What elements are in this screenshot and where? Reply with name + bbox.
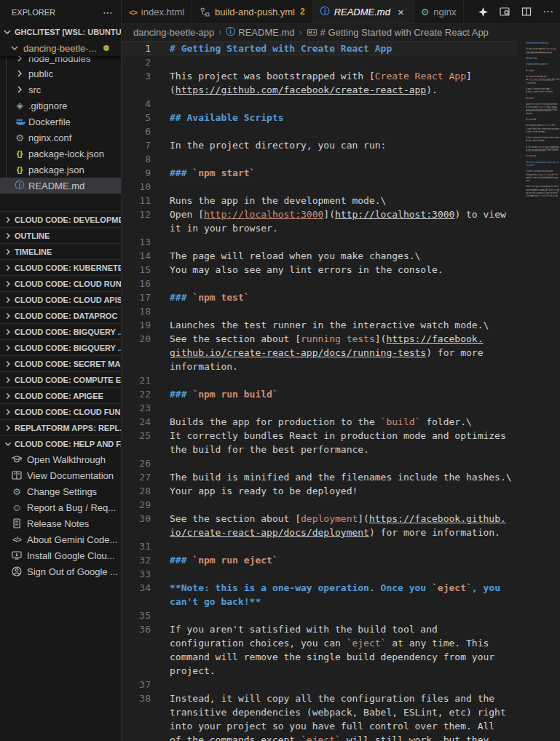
editor-line-14[interactable]: 14The page will reload when you make cha… [122,249,517,263]
editor-line-33[interactable]: 33 [122,567,517,581]
tree-item-dockerfile[interactable]: Dockerfile [0,114,121,130]
help-item-open-walkthrough[interactable]: Open Walkthrough [0,451,121,467]
editor-line-22[interactable]: 22### `npm run build` [122,387,517,401]
more-actions-icon[interactable]: ⋯ [543,5,554,18]
open-preview-icon[interactable] [499,6,510,17]
editor-content[interactable]: 1# Getting Started with Create React App… [122,41,517,741]
editor-line-34[interactable]: 34**Note: this is a one-way operation. O… [122,581,517,595]
editor-line-9[interactable]: 9### `npm start` [122,166,517,180]
section-header-help[interactable]: CLOUD CODE: HELP AND F... [0,435,121,451]
workspace-section-header[interactable]: GHCLITEST [WSL: UBUNTU] [0,24,121,40]
editor-line-27[interactable]: 27The build is minified and the filename… [122,470,517,484]
minimap[interactable]: # Getting Started with Create React AppT… [517,41,560,741]
close-icon[interactable]: × [396,7,406,17]
editor-line-25[interactable]: 25It correctly bundles React in producti… [122,429,517,443]
tab-index-html[interactable]: <>index.html [122,0,192,23]
help-item-sign-out-of-google-[interactable]: Sign Out of Google ... [0,563,121,579]
editor-line-16[interactable]: 16 [122,277,517,290]
section-header-cloud-code-kubernetes[interactable]: CLOUD CODE: KUBERNETES [0,259,121,275]
editor-line-wrap[interactable]: project. [122,664,517,678]
section-header-cloud-code-cloud-apis[interactable]: CLOUD CODE: CLOUD APIS [0,291,121,307]
editor-line-24[interactable]: 24Builds the app for production to the `… [122,415,517,429]
editor-line-wrap[interactable]: can't go back!** [122,595,517,609]
editor-line-19[interactable]: 19Launches the test runner in the intera… [122,318,517,332]
section-header-cloud-code-apigee[interactable]: CLOUD CODE: APIGEE [0,387,121,403]
editor-line-wrap[interactable]: it in your browser. [122,221,517,235]
section-header-cloud-code-dataproc[interactable]: CLOUD CODE: DATAPROC [0,307,121,323]
editor-line-37[interactable]: 37 [122,678,517,692]
editor-line-wrap[interactable]: github.io/create-react-app/docs/running-… [122,346,517,360]
split-editor-icon[interactable] [521,6,532,17]
section-header-cloud-code-secret-ma-[interactable]: CLOUD CODE: SECRET MA... [0,355,121,371]
section-header-cloud-code-cloud-run[interactable]: CLOUD CODE: CLOUD RUN [0,275,121,291]
breadcrumb-item-file[interactable]: ⓘ README.md [226,25,294,39]
section-header-cloud-code-bigquery-[interactable]: CLOUD CODE: BIGQUERY ... [0,339,121,355]
editor-pane[interactable]: 1# Getting Started with Create React App… [122,40,560,741]
editor-line-wrap[interactable]: io/create-react-app/docs/deployment) for… [122,526,517,539]
editor-line-wrap[interactable]: of the commands except `eject` will stil… [122,733,517,741]
editor-line-20[interactable]: 20See the section about [running tests](… [122,332,517,346]
editor-line-38[interactable]: 38Instead, it will copy all the configur… [122,692,517,705]
editor-line-28[interactable]: 28Your app is ready to be deployed! [122,484,517,498]
help-item-change-settings[interactable]: ⚙Change Settings [0,483,121,499]
explorer-more-actions-icon[interactable]: ⋯ [103,7,114,18]
tree-item-readme-md[interactable]: ⓘREADME.md [0,178,121,194]
editor-line-wrap[interactable]: information. [122,360,517,373]
help-item-release-notes[interactable]: Release Notes [0,515,121,531]
editor-line-7[interactable]: 7In the project directory, you can run: [122,138,517,152]
section-header-cloud-code-developme-[interactable]: CLOUD CODE: DEVELOPME... [0,211,121,227]
tree-item-nginx-conf[interactable]: ⚙nginx.conf [0,130,121,146]
editor-line-wrap[interactable]: transitive dependencies (webpack, Babel,… [122,705,517,719]
editor-line-13[interactable]: 13 [122,235,517,249]
section-header-replatform-apps-repl-[interactable]: REPLATFORM APPS: REPL... [0,419,121,435]
tab-readme-md[interactable]: ⓘREADME.md× [313,0,414,23]
editor-line-17[interactable]: 17### `npm test` [122,290,517,304]
editor-line-23[interactable]: 23 [122,401,517,415]
tab-nginx[interactable]: ⚙nginx [414,0,465,23]
tree-item-public[interactable]: public [0,66,121,82]
editor-line-18[interactable]: 18 [122,304,517,318]
section-header-cloud-code-compute-e-[interactable]: CLOUD CODE: COMPUTE E... [0,371,121,387]
tree-item-package-lock-json[interactable]: {}package-lock.json [0,146,121,162]
breadcrumb-item-folder[interactable]: dancing-beetle-app [133,27,214,38]
editor-line-8[interactable]: 8 [122,152,517,166]
editor-line-1[interactable]: 1# Getting Started with Create React App [122,41,517,55]
tree-item-project-root[interactable]: dancing-beetle-... [0,40,121,56]
editor-line-wrap[interactable]: the build for the best performance. [122,443,517,456]
help-item-about-gemini-code-[interactable]: </>About Gemini Code... [0,531,121,547]
editor-line-11[interactable]: 11Runs the app in the development mode.\ [122,194,517,207]
help-item-report-a-bug-req-[interactable]: ☺Report a Bug / Req... [0,499,121,515]
tab-build-and-push-yml[interactable]: build-and-push.yml2 [192,0,313,23]
editor-line-wrap[interactable]: (https://github.com/facebook/create-reac… [122,83,517,97]
editor-line-26[interactable]: 26 [122,456,517,470]
breadcrumb-item-symbol[interactable]: # Getting Started with Create React App [307,27,489,38]
editor-line-35[interactable]: 35 [122,609,517,622]
help-item-install-google-clou-[interactable]: Install Google Clou... [0,547,121,563]
editor-line-29[interactable]: 29 [122,498,517,512]
tree-item-node-modules[interactable]: node_modules [0,56,121,66]
help-item-view-documentation[interactable]: View Documentation [0,467,121,483]
section-header-outline[interactable]: OUTLINE [0,227,121,243]
section-header-timeline[interactable]: TIMELINE [0,243,121,259]
section-header-cloud-code-bigquery-[interactable]: CLOUD CODE: BIGQUERY ... [0,323,121,339]
gemini-code-assist-icon[interactable] [478,7,489,17]
editor-line-4[interactable]: 4 [122,97,517,111]
editor-line-wrap[interactable]: into your project so you have full contr… [122,719,517,733]
editor-line-10[interactable]: 10 [122,180,517,194]
editor-line-12[interactable]: 12Open [http://localhost:3000](http://lo… [122,207,517,221]
tree-item-src[interactable]: src [0,82,121,98]
editor-line-6[interactable]: 6 [122,124,517,138]
editor-line-31[interactable]: 31 [122,539,517,553]
editor-line-32[interactable]: 32### `npm run eject` [122,553,517,567]
editor-line-wrap[interactable]: command will remove the single build dep… [122,650,517,664]
editor-line-3[interactable]: 3This project was bootstrapped with [Cre… [122,69,517,83]
editor-line-15[interactable]: 15You may also see any lint errors in th… [122,263,517,277]
section-header-cloud-code-cloud-fun-[interactable]: CLOUD CODE: CLOUD FUN... [0,403,121,419]
editor-line-5[interactable]: 5## Available Scripts [122,111,517,124]
editor-line-wrap[interactable]: configuration choices, you can `eject` a… [122,636,517,650]
editor-line-36[interactable]: 36If you aren't satisfied with the build… [122,622,517,636]
editor-line-30[interactable]: 30See the section about [deployment](htt… [122,512,517,526]
tree-item--gitignore[interactable]: ◈.gitignore [0,98,121,114]
editor-line-2[interactable]: 2 [122,55,517,69]
tree-item-package-json[interactable]: {}package.json [0,162,121,178]
